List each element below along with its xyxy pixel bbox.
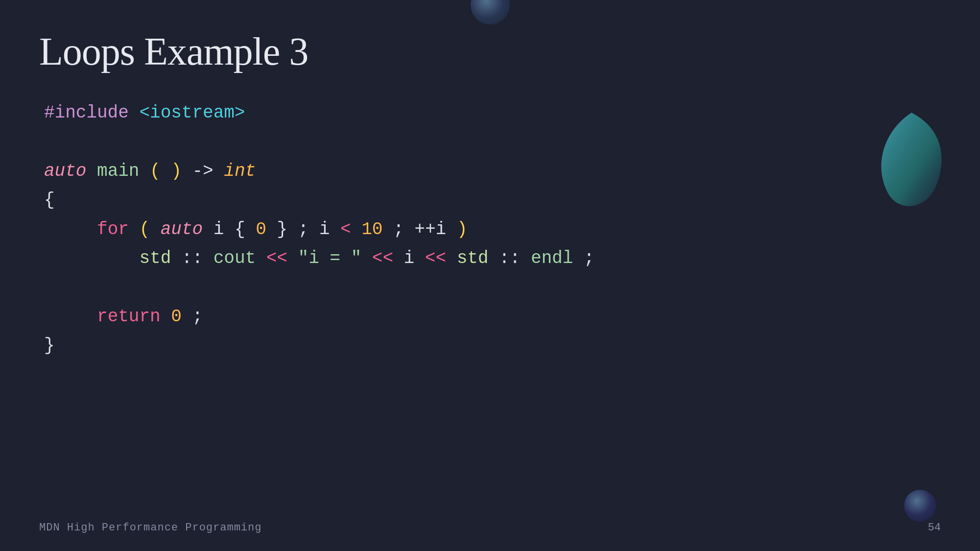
cout: cout xyxy=(214,248,256,268)
brace-close-main: } xyxy=(44,335,55,356)
code-line-blank-1 xyxy=(44,127,941,156)
keyword-auto-for: auto xyxy=(161,219,203,240)
endl: endl xyxy=(531,248,573,268)
op-stream-2: << xyxy=(372,248,393,268)
code-line-6: std :: cout << "i = " << i << std :: end… xyxy=(44,244,941,273)
code-line-5: for ( auto i { 0 } ; i < 10 ; ++i ) xyxy=(44,215,941,244)
for-paren-open: ( xyxy=(139,219,150,240)
arrow: -> xyxy=(192,161,214,181)
shape-top-right-decoration xyxy=(872,108,951,206)
brace-open-main: { xyxy=(44,190,55,210)
func-name-main: main xyxy=(97,161,139,181)
code-block: #include <iostream> auto main ( ) -> int… xyxy=(44,98,941,360)
orb-top-decoration xyxy=(471,0,510,24)
op-less-than: < xyxy=(340,219,351,240)
literal-0-return: 0 xyxy=(171,307,182,327)
op-stream-3: << xyxy=(425,248,446,268)
namespace-std-1: std xyxy=(139,248,171,268)
keyword-include: #include xyxy=(44,103,129,123)
code-line-1: #include <iostream> xyxy=(44,98,941,127)
keyword-for: for xyxy=(97,219,129,240)
string-literal: "i = " xyxy=(298,248,362,268)
for-paren-close: ) xyxy=(457,219,468,240)
op-increment: ++i xyxy=(414,219,446,240)
footer: MDN High Performance Programming 54 xyxy=(0,522,980,534)
code-line-8: return 0 ; xyxy=(44,302,941,331)
op-stream-1: << xyxy=(266,248,287,268)
code-line-blank-2 xyxy=(44,273,941,302)
var-i: i xyxy=(214,219,224,240)
var-i-2: i xyxy=(319,219,330,240)
footer-course-title: MDN High Performance Programming xyxy=(39,522,262,534)
literal-10: 10 xyxy=(361,219,382,240)
code-line-3: auto main ( ) -> int xyxy=(44,157,941,186)
paren-close: ) xyxy=(171,161,182,181)
literal-0: 0 xyxy=(256,219,266,240)
keyword-auto-main: auto xyxy=(44,161,86,181)
slide-title: Loops Example 3 xyxy=(39,29,941,74)
keyword-return: return xyxy=(97,307,161,327)
return-type-int: int xyxy=(224,161,256,181)
slide: Loops Example 3 #include <iostream> auto… xyxy=(0,0,980,551)
orb-bottom-right-decoration xyxy=(904,490,936,522)
code-line-9: } xyxy=(44,331,941,360)
include-header: <iostream> xyxy=(139,103,245,123)
paren-open: ( xyxy=(150,161,161,181)
code-line-4: { xyxy=(44,186,941,215)
footer-page-number: 54 xyxy=(928,522,941,534)
namespace-std-2: std xyxy=(457,248,489,268)
